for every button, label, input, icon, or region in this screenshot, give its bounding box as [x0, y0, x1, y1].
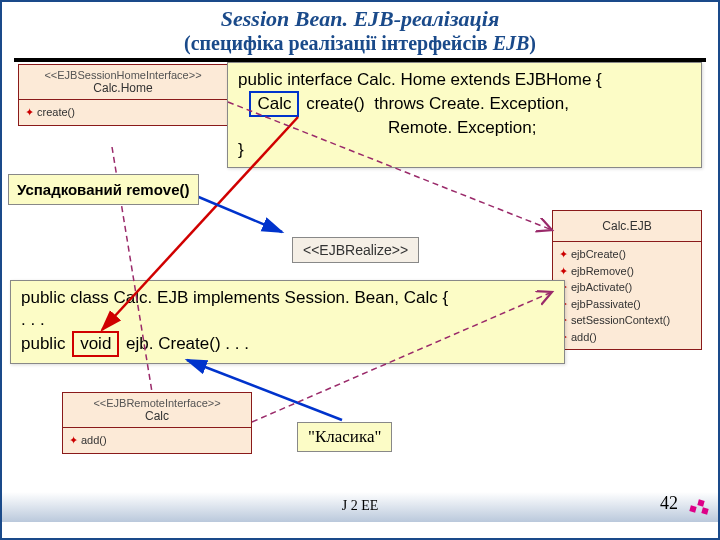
label-classic: "Класика" — [297, 422, 392, 452]
code-line: public class Calc. EJB implements Sessio… — [21, 287, 554, 309]
footer-j2ee: J 2 EE — [342, 498, 379, 514]
code-text: create() — [306, 94, 365, 113]
uml-calc-ejb-name: Calc.EJB — [559, 219, 695, 233]
code-line: . . . — [21, 309, 554, 331]
uml-calc-home-name: Calc.Home — [25, 81, 221, 95]
code-line: public void ejb. Create() . . . — [21, 331, 554, 357]
uml-method: create() — [25, 104, 221, 121]
stereo-ejb-realize: <<EJBRealize>> — [292, 237, 419, 263]
uml-method: setSessionContext() — [559, 312, 695, 329]
boxed-type-calc: Calc — [249, 91, 299, 117]
uml-calc-stereo: <<EJBRemoteInterface>> — [69, 397, 245, 409]
corner-decoration — [688, 492, 712, 516]
uml-calc-home-stereo: <<EJBSessionHomeInterface>> — [25, 69, 221, 81]
code-text: throws Create. Exception, — [374, 94, 569, 113]
code-box-home-interface: public interface Calc. Home extends EJBH… — [227, 62, 702, 168]
code-text: public — [21, 334, 65, 353]
uml-method: ejbRemove() — [559, 263, 695, 280]
code-line: Remote. Exception; — [238, 117, 691, 139]
uml-calc-name: Calc — [69, 409, 245, 423]
code-box-ejb-class: public class Calc. EJB implements Sessio… — [10, 280, 565, 364]
uml-method: ejbActivate() — [559, 279, 695, 296]
uml-calc-ejb: Calc.EJB ejbCreate() ejbRemove() ejbActi… — [552, 210, 702, 350]
code-line: } — [238, 139, 691, 161]
boxed-type-void: void — [72, 331, 119, 357]
svg-rect-8 — [701, 507, 708, 514]
uml-method: ejbPassivate() — [559, 296, 695, 313]
svg-rect-7 — [697, 499, 704, 506]
uml-method: ejbCreate() — [559, 246, 695, 263]
slide-subtitle: (специфіка реалізації інтерфейсів EJB) — [2, 32, 718, 54]
subtitle-ejb: EJB — [493, 32, 530, 54]
uml-calc: <<EJBRemoteInterface>> Calc add() — [62, 392, 252, 454]
code-line: public interface Calc. Home extends EJBH… — [238, 69, 691, 91]
uml-calc-home: <<EJBSessionHomeInterface>> Calc.Home cr… — [18, 64, 228, 126]
code-text: ejb. Create() . . . — [126, 334, 249, 353]
label-inherited-remove: Успадкований remove() — [8, 174, 199, 205]
footer-page-number: 42 — [660, 493, 678, 514]
subtitle-suffix: ) — [529, 32, 536, 54]
uml-method: add() — [69, 432, 245, 449]
svg-rect-6 — [689, 505, 696, 512]
uml-method: add() — [559, 329, 695, 346]
diagram-area: <<EJBSessionHomeInterface>> Calc.Home cr… — [2, 62, 718, 522]
slide-title: Session Bean. EJB-реалізація — [2, 2, 718, 32]
code-line: Calc create() throws Create. Exception, — [238, 91, 691, 117]
subtitle-prefix: (специфіка реалізації інтерфейсів — [184, 32, 493, 54]
